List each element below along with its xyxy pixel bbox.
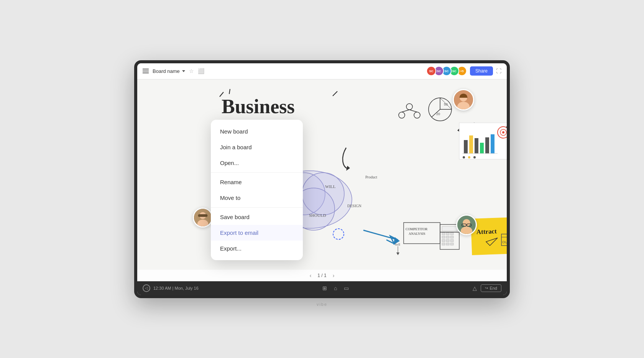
- board-name-button[interactable]: Board name: [153, 68, 185, 74]
- svg-rect-54: [442, 233, 445, 235]
- menu-item-open[interactable]: Open...: [211, 155, 303, 171]
- svg-rect-58: [446, 236, 449, 238]
- svg-text:Product: Product: [365, 175, 377, 179]
- whiteboard-icon[interactable]: ▭: [344, 285, 349, 291]
- svg-rect-34: [485, 137, 489, 153]
- svg-rect-53: [442, 226, 457, 231]
- bottom-right: △ ↪ End: [473, 284, 501, 292]
- svg-point-7: [414, 112, 420, 118]
- svg-point-5: [406, 104, 412, 110]
- avatar-1: SC: [426, 66, 436, 76]
- top-bar: Board name ☆ ⬜ SC SC SC SC +5 Share: [137, 63, 507, 79]
- svg-marker-51: [396, 252, 399, 255]
- svg-text:Business: Business: [222, 96, 295, 117]
- context-menu: New board Join a board Open... Rename Mo…: [211, 120, 303, 260]
- svg-text:20: 20: [436, 112, 440, 116]
- svg-text:DESIGN: DESIGN: [347, 204, 361, 208]
- home-icon[interactable]: ⌂: [334, 285, 337, 291]
- svg-rect-33: [480, 143, 484, 153]
- menu-item-move-to[interactable]: Move to: [211, 190, 303, 206]
- page-wrapper: Board name ☆ ⬜ SC SC SC SC +5 Share: [0, 0, 644, 358]
- time-display: 12:30 AM | Mon, July 16: [153, 286, 199, 290]
- menu-item-export-email[interactable]: Export to email: [211, 225, 303, 241]
- top-bar-left: Board name ☆ ⬜: [143, 68, 204, 74]
- page-separator: /: [321, 273, 324, 278]
- svg-rect-32: [475, 138, 478, 153]
- svg-text:Sell: Sell: [395, 243, 401, 246]
- svg-rect-60: [442, 239, 445, 242]
- svg-rect-57: [442, 236, 445, 238]
- menu-item-new-board[interactable]: New board: [211, 124, 303, 139]
- svg-line-9: [409, 110, 417, 112]
- svg-rect-35: [491, 134, 495, 153]
- bottom-center: ⊞ ⌂ ▭: [322, 285, 349, 291]
- menu-item-export[interactable]: Export...: [211, 241, 303, 256]
- svg-line-2: [229, 89, 230, 94]
- hamburger-icon[interactable]: [143, 69, 149, 73]
- page-indicator: 1 / 1: [317, 273, 326, 278]
- svg-line-8: [402, 110, 409, 112]
- svg-text:Attract: Attract: [476, 228, 497, 236]
- back-button[interactable]: ◁: [143, 284, 150, 292]
- svg-rect-55: [446, 233, 449, 235]
- next-page-button[interactable]: ›: [333, 272, 335, 279]
- exit-icon: ↪: [485, 286, 488, 290]
- whiteboard-canvas: Business IDEA: [137, 79, 507, 270]
- pagination-bar: ‹ 1 / 1 ›: [137, 270, 507, 281]
- svg-marker-17: [346, 166, 350, 171]
- svg-point-37: [463, 156, 465, 158]
- svg-rect-61: [446, 239, 449, 242]
- tv-screen: Board name ☆ ⬜ SC SC SC SC +5 Share: [137, 63, 507, 295]
- svg-point-42: [502, 131, 504, 134]
- svg-text:SHOULD: SHOULD: [309, 213, 326, 218]
- grid-icon[interactable]: ⊞: [322, 285, 327, 291]
- whiteboard-svg: Business IDEA: [137, 79, 507, 270]
- svg-rect-84: [198, 214, 208, 217]
- chevron-down-icon: [182, 70, 185, 72]
- vibe-brand: vibe: [317, 302, 327, 307]
- svg-rect-63: [442, 243, 445, 245]
- svg-rect-31: [469, 135, 473, 153]
- svg-rect-30: [464, 140, 468, 153]
- svg-point-6: [399, 112, 405, 118]
- canvas-avatar-glasses: [456, 214, 477, 235]
- menu-divider-1: [211, 172, 303, 173]
- fullscreen-icon[interactable]: ⛶: [496, 68, 501, 74]
- share-button[interactable]: Share: [470, 66, 493, 76]
- svg-text:COMPETITOR: COMPETITOR: [406, 227, 427, 231]
- canvas-avatar-woman: [453, 89, 474, 111]
- svg-point-39: [473, 156, 476, 158]
- menu-divider-2: [211, 207, 303, 208]
- svg-rect-64: [446, 243, 449, 245]
- svg-rect-62: [450, 239, 453, 242]
- svg-line-3: [333, 91, 337, 96]
- svg-point-77: [333, 229, 344, 239]
- svg-rect-56: [450, 233, 453, 235]
- star-icon[interactable]: ☆: [189, 68, 194, 74]
- menu-item-join-board[interactable]: Join a board: [211, 139, 303, 155]
- avatar-group: SC SC SC SC +5: [426, 66, 467, 76]
- svg-point-86: [463, 219, 470, 226]
- top-bar-right: SC SC SC SC +5 Share ⛶: [426, 66, 501, 76]
- board-name-label: Board name: [153, 68, 180, 74]
- bottom-left: ◁ 12:30 AM | Mon, July 16: [143, 284, 199, 292]
- svg-text:50: 50: [444, 102, 448, 106]
- svg-rect-65: [450, 243, 453, 245]
- board-icon[interactable]: ⬜: [198, 68, 204, 74]
- tv-frame: Board name ☆ ⬜ SC SC SC SC +5 Share: [134, 60, 510, 298]
- up-arrow-icon[interactable]: △: [473, 285, 477, 291]
- end-button[interactable]: ↪ End: [481, 284, 501, 292]
- bottom-bar: ◁ 12:30 AM | Mon, July 16 ⊞ ⌂ ▭ △ ↪: [137, 281, 507, 295]
- svg-text:WILL: WILL: [325, 184, 336, 189]
- canvas-avatar-man: [193, 208, 213, 228]
- svg-text:ANALYSIS: ANALYSIS: [409, 232, 426, 236]
- svg-point-38: [468, 156, 470, 158]
- svg-rect-59: [450, 236, 453, 238]
- menu-item-rename[interactable]: Rename: [211, 174, 303, 190]
- svg-text:OUT: OUT: [502, 240, 507, 244]
- menu-item-save-board[interactable]: Save board: [211, 209, 303, 225]
- prev-page-button[interactable]: ‹: [310, 272, 312, 279]
